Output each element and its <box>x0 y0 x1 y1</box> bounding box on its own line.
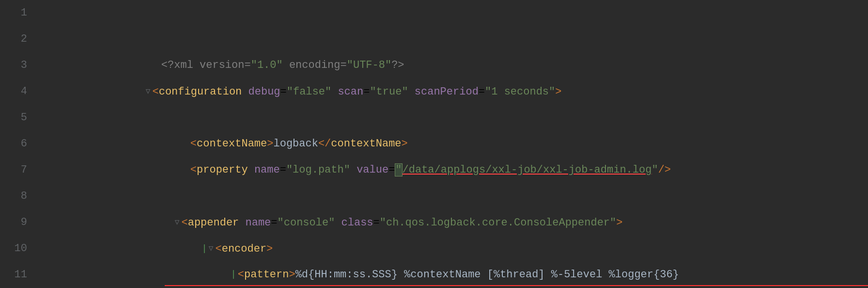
line-number-7: 7 <box>0 157 39 183</box>
line-content-6 <box>39 131 868 157</box>
line-number-3: 3 <box>0 52 39 79</box>
code-line-4: 4 <contextName>logback</contextName> <box>0 79 868 105</box>
line-number-11: 11 <box>0 262 39 288</box>
code-line-11: 11 △</appender> <box>0 262 868 288</box>
code-line-1: 1 <?xml version="1.0" encoding="UTF-8"?> <box>0 0 868 26</box>
code-line-3: 3 <box>0 52 868 79</box>
line-number-5: 5 <box>0 105 39 131</box>
code-line-10: 10 </encoder> <box>0 236 868 262</box>
line-number-1: 1 <box>0 0 39 26</box>
line-number-8: 8 <box>0 183 39 209</box>
code-line-9: 9 <pattern>%d{HH:mm:ss.SSS} %contextName… <box>0 209 868 236</box>
line-number-2: 2 <box>0 26 39 52</box>
code-line-6: 6 <box>0 131 868 157</box>
line-number-9: 9 <box>0 209 39 236</box>
code-line-8: 8 ▽<encoder> <box>0 183 868 209</box>
line-number-6: 6 <box>0 131 39 157</box>
line-content-11: △</appender> <box>39 262 868 288</box>
code-line-7: 7 ▽<appender name="console" class="ch.qo… <box>0 157 868 183</box>
code-editor: 1 <?xml version="1.0" encoding="UTF-8"?>… <box>0 0 868 288</box>
line-number-10: 10 <box>0 236 39 262</box>
code-line-2: 2 ▽<configuration debug="false" scan="tr… <box>0 26 868 52</box>
line-content-3 <box>39 52 868 79</box>
code-line-5: 5 <property name="log.path" value="/data… <box>0 105 868 131</box>
line-number-4: 4 <box>0 79 39 105</box>
